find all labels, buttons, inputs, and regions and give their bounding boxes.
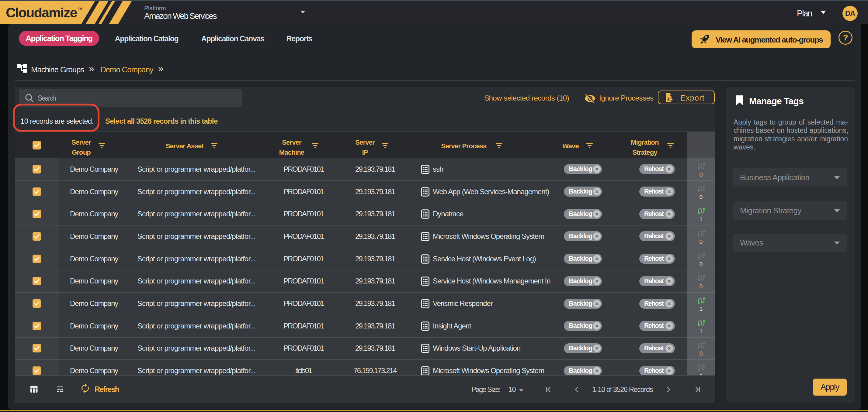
svg-text:TM: TM	[78, 7, 82, 11]
svg-text:Cloudamize: Cloudamize	[6, 5, 77, 20]
